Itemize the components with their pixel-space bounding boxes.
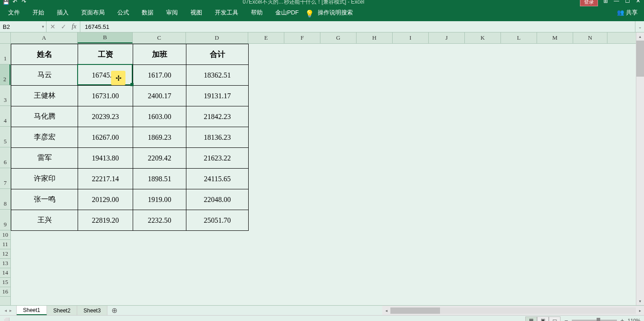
table-cell[interactable]: 2232.50: [133, 210, 186, 231]
table-cell[interactable]: 雷军: [11, 147, 78, 169]
redo-icon[interactable]: ↷: [21, 0, 27, 5]
minimize-icon[interactable]: —: [613, 0, 620, 4]
column-header-G[interactable]: G: [320, 32, 357, 43]
fx-icon[interactable]: fx: [72, 23, 76, 30]
chevron-down-icon[interactable]: ▾: [42, 24, 44, 29]
tell-me-search[interactable]: 操作说明搜索: [311, 5, 359, 20]
row-header-14[interactable]: 14: [0, 268, 10, 278]
formula-input[interactable]: [80, 21, 635, 32]
name-box-wrap[interactable]: ▾: [0, 21, 46, 32]
table-header-cell[interactable]: 工资: [78, 44, 133, 65]
add-sheet-button[interactable]: ⊕: [107, 306, 121, 315]
column-header-F[interactable]: F: [284, 32, 320, 43]
column-header-D[interactable]: D: [186, 32, 248, 43]
table-cell[interactable]: 2209.42: [133, 147, 186, 169]
table-cell[interactable]: 18136.23: [186, 127, 249, 148]
ribbon-options-icon[interactable]: ⊞: [602, 0, 609, 4]
table-cell[interactable]: 22048.00: [186, 189, 249, 210]
table-cell[interactable]: 许家印: [11, 168, 78, 189]
sheet-tab-Sheet2[interactable]: Sheet2: [47, 306, 77, 315]
row-header-10[interactable]: 10: [0, 230, 10, 240]
table-cell[interactable]: 19131.17: [186, 85, 249, 106]
zoom-slider[interactable]: [572, 320, 617, 321]
table-cell[interactable]: 1603.00: [133, 106, 186, 127]
sheet-tab-Sheet3[interactable]: Sheet3: [77, 306, 107, 315]
sheet-nav-next-icon[interactable]: ▸: [9, 308, 12, 313]
scroll-down-icon[interactable]: ▾: [636, 297, 644, 305]
column-header-K[interactable]: K: [465, 32, 501, 43]
scroll-left-icon[interactable]: ◂: [382, 308, 390, 313]
page-break-view-button[interactable]: ▭: [549, 316, 561, 321]
table-cell[interactable]: 马化腾: [11, 106, 78, 127]
save-icon[interactable]: 💾: [3, 0, 9, 5]
row-header-4[interactable]: 4: [0, 106, 10, 127]
row-header-1[interactable]: 1: [0, 44, 10, 64]
normal-view-button[interactable]: ▦: [525, 316, 537, 321]
table-cell[interactable]: 16731.00: [78, 85, 133, 106]
column-header-A[interactable]: A: [11, 32, 78, 43]
table-cell[interactable]: 21842.23: [186, 106, 249, 127]
row-header-16[interactable]: 16: [0, 287, 10, 297]
ribbon-tab-数据[interactable]: 数据: [135, 5, 160, 20]
table-cell[interactable]: 李彦宏: [11, 127, 78, 148]
ribbon-tab-插入[interactable]: 插入: [51, 5, 75, 20]
table-cell[interactable]: 1869.23: [133, 127, 186, 148]
table-cell[interactable]: 22217.14: [78, 168, 133, 189]
ribbon-tab-文件[interactable]: 文件: [2, 5, 26, 20]
table-cell[interactable]: 24115.65: [186, 168, 249, 189]
horizontal-scrollbar[interactable]: ◂ ▸: [382, 306, 644, 315]
vertical-scrollbar[interactable]: ▴ ▾: [636, 32, 644, 305]
row-header-11[interactable]: 11: [0, 240, 10, 249]
page-layout-view-button[interactable]: ▣: [537, 316, 549, 321]
column-header-J[interactable]: J: [429, 32, 465, 43]
column-header-I[interactable]: I: [393, 32, 429, 43]
table-cell[interactable]: 1898.51: [133, 168, 186, 189]
column-header-E[interactable]: E: [248, 32, 284, 43]
sheet-nav-prev-icon[interactable]: ◂: [5, 308, 7, 313]
table-header-cell[interactable]: 加班: [133, 44, 186, 65]
column-header-B[interactable]: B: [78, 32, 133, 43]
row-header-7[interactable]: 7: [0, 168, 10, 189]
ribbon-tab-开始[interactable]: 开始: [26, 5, 51, 20]
ribbon-tab-页面布局[interactable]: 页面布局: [75, 5, 111, 20]
row-header-9[interactable]: 9: [0, 210, 10, 230]
row-header-8[interactable]: 8: [0, 189, 10, 210]
vscroll-thumb[interactable]: [636, 41, 644, 77]
table-cell[interactable]: 21623.22: [186, 147, 249, 169]
scroll-right-icon[interactable]: ▸: [636, 308, 644, 313]
cancel-icon[interactable]: ✕: [50, 23, 56, 30]
row-header-12[interactable]: 12: [0, 249, 10, 259]
ribbon-tab-帮助[interactable]: 帮助: [245, 5, 269, 20]
table-cell[interactable]: 16745.51: [78, 64, 133, 86]
name-box[interactable]: [0, 23, 46, 30]
ribbon-tab-公式[interactable]: 公式: [111, 5, 135, 20]
zoom-in-button[interactable]: +: [621, 317, 624, 321]
close-icon[interactable]: ✕: [635, 0, 641, 4]
zoom-level[interactable]: 110%: [628, 318, 640, 321]
column-header-C[interactable]: C: [133, 32, 186, 43]
table-cell[interactable]: 18362.51: [186, 64, 249, 86]
table-header-cell[interactable]: 姓名: [11, 44, 78, 65]
table-cell[interactable]: 19413.80: [78, 147, 133, 169]
enter-icon[interactable]: ✓: [61, 23, 66, 30]
table-cell[interactable]: 22819.20: [78, 210, 133, 231]
row-header-5[interactable]: 5: [0, 127, 10, 147]
login-button[interactable]: 登录: [580, 0, 598, 6]
column-header-N[interactable]: N: [573, 32, 607, 43]
zoom-out-button[interactable]: −: [564, 317, 568, 321]
table-cell[interactable]: 张一鸣: [11, 189, 78, 210]
table-cell[interactable]: 1919.00: [133, 189, 186, 210]
table-header-cell[interactable]: 合计: [186, 44, 249, 65]
share-button[interactable]: 👥 共享: [612, 9, 642, 17]
hscroll-thumb[interactable]: [390, 307, 440, 314]
column-header-L[interactable]: L: [501, 32, 537, 43]
row-header-3[interactable]: 3: [0, 85, 10, 106]
row-header-13[interactable]: 13: [0, 259, 10, 268]
table-cell[interactable]: 王兴: [11, 210, 78, 231]
ribbon-tab-金山PDF[interactable]: 金山PDF: [269, 5, 305, 20]
row-header-6[interactable]: 6: [0, 147, 10, 168]
table-cell[interactable]: 1617.00: [133, 64, 186, 86]
table-cell[interactable]: 20129.00: [78, 189, 133, 210]
row-header-15[interactable]: 15: [0, 278, 10, 287]
table-cell[interactable]: 20239.23: [78, 106, 133, 127]
